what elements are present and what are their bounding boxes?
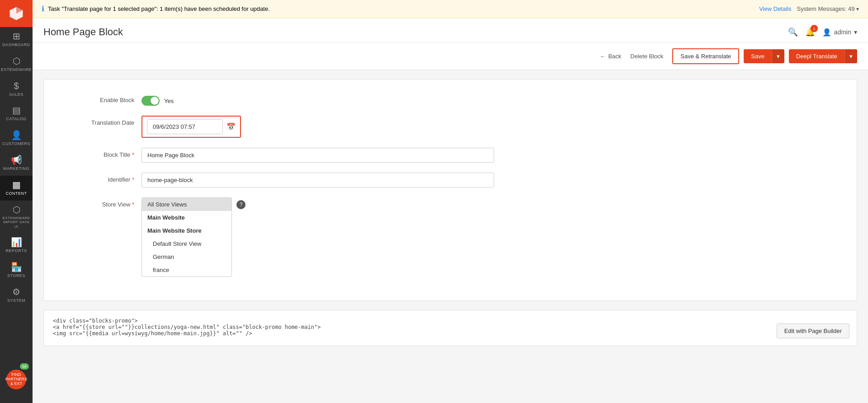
reports-icon: 📊 bbox=[11, 238, 22, 247]
sidebar-item-label: SYSTEM bbox=[7, 298, 25, 303]
identifier-label: Identifier bbox=[62, 173, 134, 183]
sidebar-item-find-partners[interactable]: FIND PARTNERS & EXT 66 bbox=[0, 361, 33, 398]
notification-bell-wrapper[interactable]: 🔔 1 bbox=[805, 27, 815, 37]
sidebar: ⊞ DASHBOARD ⬡ EXTENDWARE $ SALES ▤ CATAL… bbox=[0, 0, 33, 403]
block-title-control bbox=[142, 148, 494, 163]
system-messages[interactable]: System Messages: 49 ▾ bbox=[797, 5, 859, 12]
code-editor-area: <div class="blocks-promo"> <a href="{{st… bbox=[43, 310, 857, 346]
info-icon: ℹ bbox=[42, 5, 44, 13]
translation-date-control: 📅 bbox=[142, 116, 494, 138]
sidebar-item-marketing[interactable]: 📢 MARKETING bbox=[0, 151, 33, 176]
store-view-row: Store View All Store Views Main Website … bbox=[62, 197, 839, 277]
sidebar-item-reports[interactable]: 📊 REPORTS bbox=[0, 233, 33, 258]
deepl-translate-button[interactable]: Deepl Translate bbox=[789, 49, 844, 63]
notification-message: Task "Translate page for 1 selected page… bbox=[48, 5, 270, 12]
deepl-dropdown-button[interactable]: ▾ bbox=[844, 49, 857, 63]
form-section: Enable Block Yes Translation Date bbox=[43, 79, 857, 301]
notification-count: 1 bbox=[811, 25, 818, 32]
sidebar-item-label: CUSTOMERS bbox=[2, 141, 30, 146]
extendware-icon: ⬡ bbox=[13, 56, 20, 66]
page-header: Home Page Block 🔍 🔔 1 👤 admin ▾ bbox=[33, 18, 868, 43]
sidebar-item-dashboard[interactable]: ⊞ DASHBOARD bbox=[0, 27, 33, 52]
save-button[interactable]: Save bbox=[744, 49, 772, 63]
store-view-select[interactable]: All Store Views Main Website Main Websit… bbox=[142, 197, 232, 277]
sidebar-item-label: EXTENDWARE bbox=[1, 67, 32, 72]
translation-date-label: Translation Date bbox=[62, 116, 134, 126]
enable-block-control: Yes bbox=[142, 93, 494, 106]
calendar-icon[interactable]: 📅 bbox=[226, 122, 236, 131]
deepl-dropdown-arrow: ▾ bbox=[849, 53, 853, 60]
enable-block-row: Enable Block Yes bbox=[62, 93, 839, 106]
save-retranslate-button[interactable]: Save & Retranslate bbox=[672, 48, 739, 64]
sidebar-item-catalog[interactable]: ▤ CATALOG bbox=[0, 101, 33, 126]
delete-block-button[interactable]: Delete Block bbox=[630, 53, 663, 60]
logo[interactable] bbox=[0, 0, 33, 27]
enable-block-value: Yes bbox=[164, 98, 174, 104]
translation-date-wrapper: 📅 bbox=[142, 116, 241, 138]
header-actions: 🔍 🔔 1 👤 admin ▾ bbox=[788, 27, 857, 37]
system-messages-dropdown[interactable]: ▾ bbox=[856, 6, 859, 12]
identifier-row: Identifier bbox=[62, 173, 839, 187]
sidebar-item-label: STORES bbox=[7, 273, 25, 278]
save-dropdown-arrow: ▾ bbox=[777, 53, 780, 60]
enable-block-label: Enable Block bbox=[62, 93, 134, 103]
code-line-1: <div class="blocks-promo"> bbox=[53, 318, 848, 324]
back-button[interactable]: ← Back bbox=[599, 53, 621, 60]
code-line-2: <a href="{{store url=""}}collections/yog… bbox=[53, 324, 848, 330]
main-content: ℹ Task "Translate page for 1 selected pa… bbox=[33, 0, 868, 403]
marketing-icon: 📢 bbox=[11, 155, 22, 164]
store-view-option-france[interactable]: france bbox=[142, 263, 231, 276]
sidebar-item-sales[interactable]: $ SALES bbox=[0, 77, 33, 102]
find-partners-button[interactable]: FIND PARTNERS & EXT bbox=[6, 370, 26, 389]
sidebar-item-label: SALES bbox=[9, 92, 24, 97]
admin-dropdown-arrow: ▾ bbox=[854, 28, 857, 36]
notification-bar: ℹ Task "Translate page for 1 selected pa… bbox=[33, 0, 868, 18]
extensions-badge: 66 bbox=[20, 363, 29, 370]
view-details-link[interactable]: View Details bbox=[759, 5, 791, 12]
sidebar-item-content[interactable]: ▦ CONTENT bbox=[0, 176, 33, 201]
enable-block-toggle[interactable] bbox=[142, 96, 160, 106]
extendware-import-icon: ⬡ bbox=[13, 205, 20, 214]
sidebar-item-customers[interactable]: 👤 CUSTOMERS bbox=[0, 126, 33, 151]
search-icon[interactable]: 🔍 bbox=[788, 27, 798, 37]
enable-block-toggle-wrapper: Yes bbox=[142, 93, 494, 106]
sales-icon: $ bbox=[14, 81, 19, 90]
notification-left: ℹ Task "Translate page for 1 selected pa… bbox=[42, 5, 270, 13]
identifier-control bbox=[142, 173, 494, 187]
block-title-row: Block Title bbox=[62, 148, 839, 163]
store-view-option-main-website-store[interactable]: Main Website Store bbox=[142, 224, 231, 237]
store-view-option-german[interactable]: German bbox=[142, 250, 231, 263]
store-view-wrapper: All Store Views Main Website Main Websit… bbox=[142, 197, 494, 277]
sidebar-item-label: DASHBOARD bbox=[2, 42, 30, 47]
sidebar-item-label: REPORTS bbox=[6, 248, 27, 253]
sidebar-item-label: CONTENT bbox=[6, 191, 27, 196]
sidebar-item-system[interactable]: ⚙ SYSTEM bbox=[0, 283, 33, 308]
sidebar-item-label: EXTENDWARE IMPORT DATA UI bbox=[2, 216, 31, 229]
sidebar-item-extendware[interactable]: ⬡ EXTENDWARE bbox=[0, 52, 33, 77]
user-icon: 👤 bbox=[822, 28, 831, 37]
store-view-option-default[interactable]: Default Store View bbox=[142, 237, 231, 250]
deepl-button-group: Deepl Translate ▾ bbox=[789, 49, 857, 63]
store-view-option-all[interactable]: All Store Views bbox=[142, 198, 231, 211]
catalog-icon: ▤ bbox=[12, 106, 21, 115]
toggle-thumb bbox=[151, 97, 159, 105]
admin-user-label: admin bbox=[834, 28, 851, 36]
system-icon: ⚙ bbox=[12, 287, 20, 296]
find-partners-label: FIND PARTNERS & EXT bbox=[5, 373, 27, 386]
sidebar-item-stores[interactable]: 🏪 STORES bbox=[0, 258, 33, 283]
customers-icon: 👤 bbox=[11, 131, 22, 140]
store-view-option-main-website[interactable]: Main Website bbox=[142, 211, 231, 224]
edit-page-builder-button[interactable]: Edit with Page Builder bbox=[777, 323, 849, 338]
admin-user-menu[interactable]: 👤 admin ▾ bbox=[822, 28, 857, 37]
block-title-input[interactable] bbox=[142, 148, 494, 163]
save-dropdown-button[interactable]: ▾ bbox=[772, 49, 784, 63]
identifier-input[interactable] bbox=[142, 173, 494, 187]
content-icon: ▦ bbox=[12, 180, 21, 189]
dashboard-icon: ⊞ bbox=[13, 32, 20, 41]
sidebar-item-extendware-import[interactable]: ⬡ EXTENDWARE IMPORT DATA UI bbox=[0, 201, 33, 234]
translation-date-input[interactable] bbox=[147, 119, 223, 134]
notification-right: View Details System Messages: 49 ▾ bbox=[759, 5, 859, 12]
sidebar-item-label: CATALOG bbox=[6, 117, 26, 122]
store-view-help-icon[interactable]: ? bbox=[236, 200, 245, 209]
store-view-label: Store View bbox=[62, 197, 134, 208]
